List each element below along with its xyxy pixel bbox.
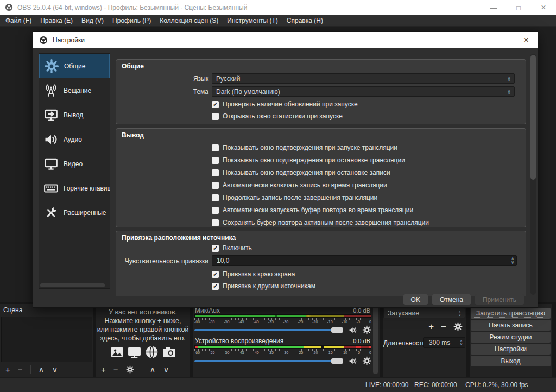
checkbox-box[interactable]: ✓ xyxy=(212,101,219,108)
maximize-button[interactable]: □ xyxy=(506,0,531,15)
transition-select[interactable]: Затухание ∧∨ xyxy=(383,308,465,318)
sidebar-scrollbar[interactable] xyxy=(40,283,105,287)
checkbox-box[interactable]: ✓ xyxy=(212,245,219,252)
slider-handle[interactable] xyxy=(331,358,343,364)
checkbox-label: Привязка к другим источникам xyxy=(223,282,315,290)
volume-slider[interactable] xyxy=(194,329,342,331)
studio-mode-button[interactable]: Режим студии xyxy=(471,332,551,343)
settings-button[interactable]: Настройки xyxy=(471,344,551,355)
obs-main-window: OBS 25.0.4 (64-bit, windows) - Профиль: … xyxy=(0,0,556,392)
slider-handle[interactable] xyxy=(331,327,343,333)
checkbox-box[interactable] xyxy=(212,157,219,164)
menu-tools[interactable]: Инструменты (T) xyxy=(223,17,282,24)
checkbox-box[interactable]: ✓ xyxy=(212,283,219,290)
scrollbar-thumb[interactable] xyxy=(530,55,536,180)
checkbox-box[interactable] xyxy=(212,182,219,189)
sidebar-item-label: Вывод xyxy=(64,111,83,119)
checkbox-record-when-streaming[interactable]: Автоматически включать запись во время т… xyxy=(212,181,387,189)
sidebar-item-video[interactable]: Видео xyxy=(39,151,110,176)
cancel-button[interactable]: Отмена xyxy=(432,294,471,305)
transition-properties-gear-icon[interactable] xyxy=(453,322,463,331)
checkbox-box[interactable] xyxy=(212,144,219,151)
scenes-list[interactable] xyxy=(1,317,92,362)
checkbox-box[interactable] xyxy=(212,194,219,201)
duration-spinbox[interactable]: 300 ms ∧∨ xyxy=(423,337,465,348)
scene-down-button[interactable]: ∨ xyxy=(52,365,58,374)
snap-sensitivity-spinbox[interactable]: 10,0 ∧∨ xyxy=(212,255,517,266)
remove-transition-button[interactable]: − xyxy=(441,322,446,331)
group-title: Привязка расположения источника xyxy=(122,234,236,242)
checkbox-box[interactable] xyxy=(212,207,219,214)
checkbox-snap-screen-edge[interactable]: ✓ Привязка к краю экрана xyxy=(212,270,295,278)
source-properties-gear-icon[interactable] xyxy=(126,365,134,374)
checkbox-box[interactable] xyxy=(212,219,219,226)
minimize-button[interactable]: — xyxy=(481,0,506,15)
checkbox-confirm-stop-stream[interactable]: Показывать окно подтверждения при остано… xyxy=(212,156,405,164)
spinbox-arrows-icon[interactable]: ∧∨ xyxy=(460,339,463,346)
output-icon xyxy=(43,107,59,123)
add-scene-button[interactable]: + xyxy=(5,365,10,374)
checkbox-label: Показывать окно подтверждения при остано… xyxy=(223,156,405,164)
checkbox-check-updates[interactable]: ✓ Проверять наличие обновлений при запус… xyxy=(212,100,358,108)
checkbox-keep-recording[interactable]: Продолжать запись после завершения транс… xyxy=(212,194,377,201)
theme-select[interactable]: Dark (По умолчанию) ∧∨ xyxy=(212,86,515,97)
checkbox-snap-other-sources[interactable]: ✓ Привязка к другим источникам xyxy=(212,282,315,290)
combo-spinner-icon[interactable]: ∧∨ xyxy=(508,76,510,81)
checkbox-box[interactable]: ✓ xyxy=(212,271,219,278)
checkbox-confirm-stop-record[interactable]: Показывать окно подтверждения при остано… xyxy=(212,169,390,176)
controls-dock: Запустить трансляцию Начать запись Режим… xyxy=(470,304,552,377)
menu-file[interactable]: Файл (F) xyxy=(1,17,36,24)
volume-slider-row xyxy=(193,357,380,365)
mixer-gear-icon[interactable] xyxy=(362,325,371,334)
checkbox-open-stats[interactable]: Открывать окно статистики при запуске xyxy=(212,112,343,120)
audio-mixer-dock: Мик/Aux 0.0 dB -60-55-50-45-40-35-30-25-… xyxy=(193,304,380,377)
sidebar-item-output[interactable]: Вывод xyxy=(39,103,110,127)
speaker-icon[interactable] xyxy=(348,356,358,366)
close-button[interactable]: × xyxy=(531,0,556,15)
combo-spinner-icon[interactable]: ∧∨ xyxy=(458,311,461,316)
sidebar-item-audio[interactable]: Аудио xyxy=(39,127,110,151)
apply-button[interactable]: Применить xyxy=(475,294,524,305)
checkbox-keep-replay-buffer[interactable]: Сохранять буфер повтора активным после з… xyxy=(212,219,429,226)
dialog-close-icon[interactable]: × xyxy=(515,32,538,48)
source-up-button[interactable]: ∧ xyxy=(150,365,156,374)
scene-up-button[interactable]: ∧ xyxy=(39,365,45,374)
sidebar-item-general[interactable]: Общие xyxy=(39,54,110,78)
menu-help[interactable]: Справка (H) xyxy=(282,17,327,24)
sidebar-item-advanced[interactable]: Расширенные xyxy=(39,200,110,225)
scale-tick-label: -50 xyxy=(224,351,229,355)
settings-sidebar: Общие Вещание xyxy=(39,53,110,289)
menu-scene-collection[interactable]: Коллекция сцен (S) xyxy=(155,17,223,24)
settings-scrollbar[interactable] xyxy=(530,54,536,295)
menu-view[interactable]: Вид (V) xyxy=(77,17,108,24)
add-source-button[interactable]: + xyxy=(101,365,106,374)
add-transition-button[interactable]: + xyxy=(428,322,434,331)
remove-source-button[interactable]: − xyxy=(113,365,118,374)
menu-profile[interactable]: Профиль (P) xyxy=(108,17,155,24)
checkbox-snapping-enable[interactable]: ✓ Включить xyxy=(212,244,252,252)
checkbox-replay-buffer-streaming[interactable]: Автоматически запускать буфер повтора во… xyxy=(212,206,413,214)
ok-button[interactable]: OK xyxy=(403,294,428,305)
source-down-button[interactable]: ∨ xyxy=(163,365,169,374)
mixer-gear-icon[interactable] xyxy=(362,356,371,365)
language-select[interactable]: Русский ∧∨ xyxy=(212,73,515,84)
checkbox-confirm-start-stream[interactable]: Показывать окно подтверждения при запуск… xyxy=(212,144,397,151)
checkbox-box[interactable] xyxy=(212,169,219,176)
remove-scene-button[interactable]: − xyxy=(18,365,23,374)
volume-slider[interactable] xyxy=(194,360,342,362)
spinbox-arrows-icon[interactable]: ∧∨ xyxy=(511,257,514,264)
start-recording-button[interactable]: Начать запись xyxy=(471,320,551,331)
mixer-scrollbar[interactable] xyxy=(373,306,378,374)
speaker-icon[interactable] xyxy=(348,325,358,335)
scale-tick-label: -15 xyxy=(327,320,332,324)
combo-spinner-icon[interactable]: ∧∨ xyxy=(508,89,510,94)
sidebar-item-hotkeys[interactable]: Горячие клавиши xyxy=(39,176,110,200)
start-streaming-button[interactable]: Запустить трансляцию xyxy=(471,308,551,319)
exit-button[interactable]: Выход xyxy=(471,356,551,366)
menu-edit[interactable]: Правка (E) xyxy=(36,17,77,24)
scale-tick-label: 0 xyxy=(369,320,371,324)
image-icon xyxy=(110,345,124,359)
sidebar-item-stream[interactable]: Вещание xyxy=(39,78,110,103)
checkbox-box[interactable] xyxy=(212,113,219,120)
scale-tick-label: -30 xyxy=(283,320,288,324)
